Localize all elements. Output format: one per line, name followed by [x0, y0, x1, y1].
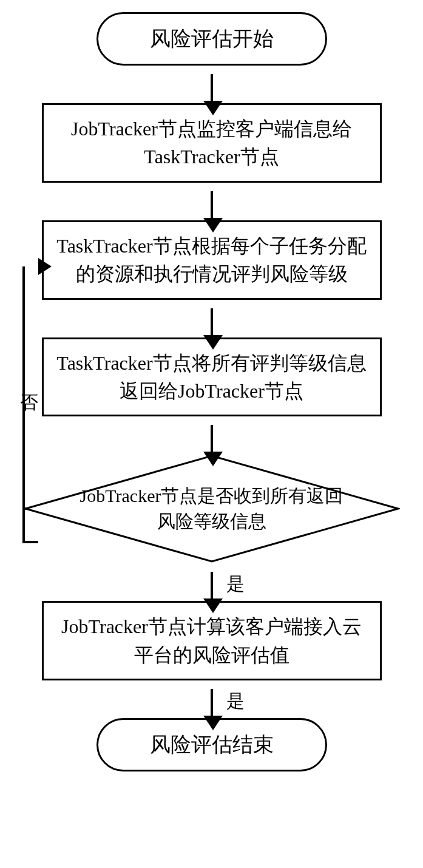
arrow — [24, 416, 400, 454]
arrow — [24, 183, 400, 220]
edge-label-yes: 是 — [226, 689, 245, 714]
arrow-yes-1: 是 — [24, 563, 400, 601]
arrow — [24, 66, 400, 103]
loop-region: 否 TaskTracker节点根据每个子任务分配的资源和执行情况评判风险等级 T… — [24, 220, 400, 564]
arrow-yes-2: 是 — [24, 680, 400, 718]
edge-label-no: 否 — [20, 390, 38, 415]
decision-received-all: JobTracker节点是否收到所有返回风险等级信息 — [24, 454, 400, 563]
process-tasktracker-evaluate: TaskTracker节点根据每个子任务分配的资源和执行情况评判风险等级 — [42, 220, 382, 300]
decision-text: JobTracker节点是否收到所有返回风险等级信息 — [24, 454, 400, 563]
edge-label-yes: 是 — [226, 572, 245, 597]
arrow — [24, 300, 400, 337]
start-node: 风险评估开始 — [96, 12, 327, 66]
flowchart: 风险评估开始 JobTracker节点监控客户端信息给TaskTracker节点… — [24, 12, 400, 771]
